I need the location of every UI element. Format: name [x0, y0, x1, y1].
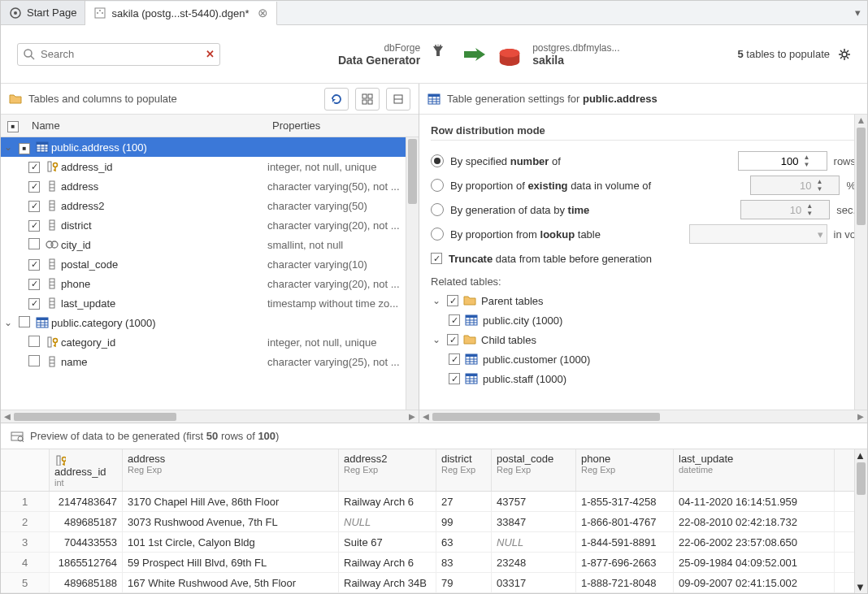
- tree-horizontal-scrollbar[interactable]: ◄ ►: [1, 410, 419, 423]
- related-group[interactable]: ⌄Child tables: [431, 330, 856, 349]
- table-row[interactable]: ⌄public.category (1000): [1, 313, 419, 332]
- tabs-dropdown[interactable]: ▾: [848, 7, 867, 19]
- radio-by-existing[interactable]: [431, 179, 444, 192]
- data-cell[interactable]: 2147483647: [50, 492, 123, 511]
- preview-row[interactable]: 24896851873073 Rushwood Avenue, 7th FLNU…: [1, 512, 867, 532]
- row-checkbox[interactable]: [19, 143, 30, 154]
- truncate-checkbox[interactable]: [431, 253, 442, 264]
- scrollbar-thumb[interactable]: [857, 462, 866, 495]
- radio-by-lookup[interactable]: [431, 228, 444, 241]
- column-row[interactable]: phonecharacter varying(20), not ...: [1, 274, 419, 293]
- preview-row[interactable]: 3704433553101 1st Circle, Calyon BldgSui…: [1, 532, 867, 553]
- preview-row[interactable]: 121474836473170 Chapel Hill Ave, 86th Fl…: [1, 492, 867, 512]
- select-all-checkbox[interactable]: [7, 121, 19, 132]
- data-cell[interactable]: 22-08-2010 02:42:18.732: [674, 512, 835, 531]
- settings-horizontal-scrollbar[interactable]: ◄ ►: [419, 410, 867, 423]
- row-checkbox[interactable]: [28, 181, 40, 193]
- data-cell[interactable]: 1-888-721-8048: [576, 573, 674, 592]
- col-header-properties[interactable]: Properties: [272, 119, 419, 132]
- column-row[interactable]: city_idsmallint, not null: [1, 235, 419, 254]
- scroll-right-icon[interactable]: ►: [406, 410, 419, 423]
- column-row[interactable]: category_idinteger, not null, unique: [1, 332, 419, 352]
- related-table-row[interactable]: public.city (1000): [431, 310, 856, 330]
- search-input[interactable]: [41, 48, 201, 60]
- scrollbar-thumb[interactable]: [14, 413, 176, 421]
- data-cell[interactable]: 59 Prospect Hill Blvd, 69th FL: [123, 553, 339, 572]
- data-cell[interactable]: 33847: [492, 512, 576, 531]
- column-row[interactable]: postal_codecharacter varying(10): [1, 254, 419, 274]
- column-row[interactable]: address2character varying(50): [1, 196, 419, 215]
- expand-all-button[interactable]: [355, 88, 380, 111]
- data-cell[interactable]: Railway Arch 34B: [339, 573, 436, 592]
- data-cell[interactable]: 27: [436, 492, 492, 511]
- data-cell[interactable]: 3170 Chapel Hill Ave, 86th Floor: [123, 492, 339, 511]
- data-cell[interactable]: 1-844-591-8891: [576, 532, 674, 552]
- data-cell[interactable]: NULL: [339, 512, 436, 531]
- data-cell[interactable]: 3073 Rushwood Avenue, 7th FL: [123, 512, 339, 531]
- row-checkbox[interactable]: [28, 336, 40, 347]
- scroll-right-icon[interactable]: ►: [854, 410, 867, 423]
- data-cell[interactable]: 83: [436, 553, 492, 572]
- refresh-button[interactable]: [324, 88, 349, 111]
- data-cell[interactable]: 1-866-801-4767: [576, 512, 674, 531]
- column-row[interactable]: last_updatetimestamp without time zo...: [1, 293, 419, 313]
- related-group[interactable]: ⌄Parent tables: [431, 291, 856, 310]
- data-cell[interactable]: 489685187: [50, 512, 123, 531]
- scrollbar-thumb[interactable]: [408, 139, 417, 204]
- col-header[interactable]: phoneReg Exp: [576, 449, 674, 491]
- preview-vertical-scrollbar[interactable]: ▲ ▼: [854, 449, 867, 593]
- clear-search-icon[interactable]: ✕: [206, 48, 215, 60]
- row-checkbox[interactable]: [28, 279, 40, 290]
- group-checkbox[interactable]: [447, 334, 458, 345]
- data-cell[interactable]: 03317: [492, 573, 576, 592]
- caret-icon[interactable]: ⌄: [1, 141, 15, 153]
- scroll-left-icon[interactable]: ◄: [1, 410, 14, 423]
- data-cell[interactable]: NULL: [492, 532, 576, 552]
- row-checkbox[interactable]: [28, 259, 40, 271]
- column-row[interactable]: address_idinteger, not null, unique: [1, 157, 419, 176]
- tab-start-page[interactable]: Start Page: [1, 1, 85, 24]
- data-cell[interactable]: 1-877-696-2663: [576, 553, 674, 572]
- column-row[interactable]: namecharacter varying(25), not ...: [1, 352, 419, 371]
- radio-by-number[interactable]: [431, 154, 444, 167]
- row-checkbox[interactable]: [28, 298, 40, 310]
- col-header[interactable]: addressReg Exp: [123, 449, 339, 491]
- related-table-row[interactable]: public.staff (1000): [431, 369, 856, 388]
- data-cell[interactable]: 25-09-1984 04:09:52.001: [674, 553, 835, 572]
- col-header[interactable]: address_idint: [50, 449, 123, 491]
- col-header[interactable]: address2Reg Exp: [339, 449, 436, 491]
- rows-input[interactable]: [739, 155, 804, 167]
- row-checkbox[interactable]: [449, 314, 460, 326]
- column-row[interactable]: addresscharacter varying(50), not ...: [1, 176, 419, 196]
- data-cell[interactable]: 167 White Rushwood Ave, 5th Floor: [123, 573, 339, 592]
- radio-by-time[interactable]: [431, 203, 444, 216]
- scroll-down-icon[interactable]: ▼: [855, 581, 867, 593]
- data-cell[interactable]: 63: [436, 532, 492, 552]
- data-cell[interactable]: 99: [436, 512, 492, 531]
- row-checkbox[interactable]: [28, 162, 40, 173]
- row-checkbox[interactable]: [28, 238, 40, 249]
- data-cell[interactable]: 1-855-317-4258: [576, 492, 674, 511]
- preview-row[interactable]: 5489685188167 White Rushwood Ave, 5th Fl…: [1, 573, 867, 593]
- scroll-up-icon[interactable]: ▲: [855, 449, 867, 462]
- data-cell[interactable]: 489685188: [50, 573, 123, 592]
- data-cell[interactable]: 09-09-2007 02:41:15.002: [674, 573, 835, 592]
- collapse-all-button[interactable]: [386, 88, 410, 111]
- column-row[interactable]: districtcharacter varying(20), not ...: [1, 215, 419, 235]
- tree-vertical-scrollbar[interactable]: [406, 137, 419, 410]
- caret-icon[interactable]: ⌄: [431, 295, 442, 306]
- data-cell[interactable]: 43757: [492, 492, 576, 511]
- search-box[interactable]: ✕: [17, 43, 220, 66]
- caret-icon[interactable]: ⌄: [1, 317, 15, 328]
- col-header[interactable]: postal_codeReg Exp: [492, 449, 576, 491]
- spinner[interactable]: ▲▼: [804, 154, 815, 168]
- scroll-left-icon[interactable]: ◄: [419, 410, 432, 423]
- row-checkbox[interactable]: [28, 201, 40, 212]
- scroll-up-icon[interactable]: ▲: [855, 115, 867, 128]
- row-checkbox[interactable]: [449, 373, 460, 384]
- col-header[interactable]: last_updatedatetime: [674, 449, 835, 491]
- data-cell[interactable]: 22-06-2002 23:57:08.650: [674, 532, 835, 552]
- settings-vertical-scrollbar[interactable]: ▲: [854, 115, 867, 410]
- scrollbar-thumb[interactable]: [857, 128, 866, 225]
- col-header-name[interactable]: Name: [25, 119, 272, 132]
